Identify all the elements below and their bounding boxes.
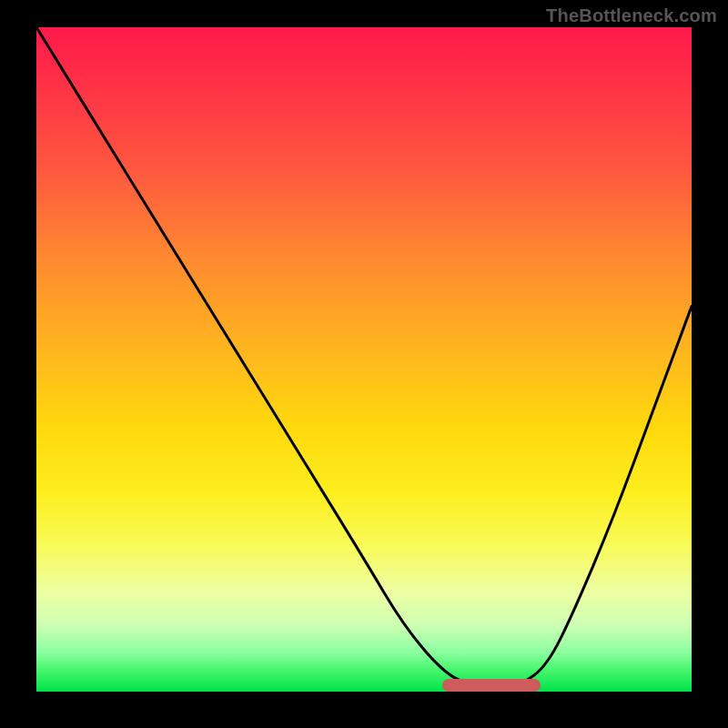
watermark-text: TheBottleneck.com — [546, 5, 717, 26]
optimal-range-marker — [442, 679, 541, 692]
chart-container: TheBottleneck.com — [0, 0, 728, 728]
plot-area — [36, 27, 692, 692]
bottleneck-curve — [36, 27, 692, 692]
